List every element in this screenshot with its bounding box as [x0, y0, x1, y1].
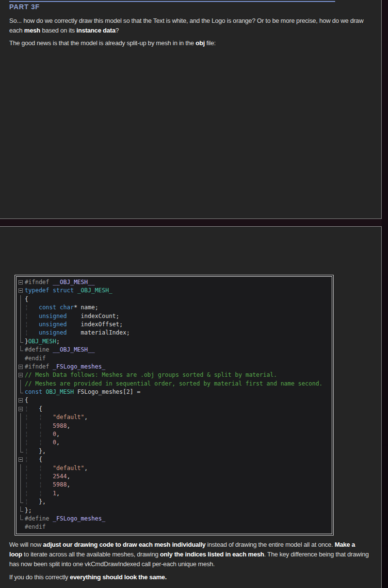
- fold-collapse-icon: [17, 455, 25, 464]
- code-text: const OBJ_MESH FSLogo_meshes[2] =: [25, 388, 140, 396]
- code-text: #define __OBJ_MESH__: [25, 346, 95, 354]
- fold-margin: [17, 447, 25, 455]
- fold-margin: [17, 498, 25, 506]
- code-text: // Mesh Data follows: Meshes are .obj gr…: [25, 371, 277, 379]
- bold-text: only the indices listed in each mesh: [160, 551, 264, 558]
- code-text: ¦ ¦ 1,: [25, 489, 60, 498]
- code-content: #ifndef __OBJ_MESH__typedef struct _OBJ_…: [17, 278, 332, 532]
- embedded-image-dark-region: [0, 50, 381, 218]
- code-line: ¦ ¦ 2544,: [17, 472, 332, 481]
- paragraph-good-news: The good news is that the model is alrea…: [9, 38, 369, 48]
- code-line: ¦ ¦ 0,: [17, 438, 332, 447]
- fold-margin: [17, 413, 25, 421]
- paragraph-drawing-code: We will now adjust our drawing code to d…: [9, 540, 369, 569]
- code-line: ¦ },: [17, 498, 332, 506]
- fold-collapse-icon: [17, 363, 25, 371]
- body-text: based on its: [40, 27, 77, 34]
- body-text: to iterate across all the available mesh…: [22, 551, 160, 558]
- code-text: ¦ unsigned indexOffset;: [25, 320, 123, 329]
- code-line: ¦ {: [17, 455, 332, 464]
- fold-margin: [17, 320, 25, 329]
- bold-text: adjust our drawing code to draw each mes…: [43, 541, 206, 548]
- fold-collapse-icon: [17, 371, 25, 379]
- code-text: ¦ ¦ "default",: [25, 464, 88, 472]
- fold-collapse-icon: [17, 286, 25, 295]
- body-text: file:: [205, 39, 216, 47]
- code-text: {: [25, 396, 28, 404]
- document-viewer: { "page": { "heading": "PART 3F", "parag…: [0, 0, 388, 588]
- fold-margin: [17, 515, 25, 523]
- code-line: // Mesh Data follows: Meshes are .obj gr…: [17, 371, 332, 379]
- code-line: ¦ ¦ 1,: [17, 489, 332, 498]
- code-line: #endif: [17, 523, 332, 531]
- fold-margin: [17, 303, 25, 312]
- bold-text: obj: [195, 39, 205, 47]
- code-line: ¦ ¦ 0,: [17, 430, 332, 438]
- code-text: // Meshes are provided in sequential ord…: [25, 380, 323, 388]
- code-line: };: [17, 506, 332, 515]
- code-text: ¦ },: [25, 447, 46, 455]
- code-text: ¦ ¦ 0,: [25, 438, 60, 447]
- bold-text: mesh: [24, 27, 40, 34]
- section-divider-rule: [9, 1, 335, 2]
- code-line: #define __OBJ_MESH__: [17, 346, 332, 354]
- code-text: ¦ },: [25, 498, 46, 506]
- code-line: #ifndef _FSLogo_meshes_: [17, 363, 332, 371]
- code-line: #endif: [17, 354, 332, 363]
- code-line: ¦ ¦ "default",: [17, 464, 332, 472]
- code-line: const OBJ_MESH FSLogo_meshes[2] =: [17, 388, 332, 396]
- fold-margin: [17, 472, 25, 481]
- code-text: #ifndef _FSLogo_meshes_: [25, 363, 105, 371]
- code-line: ¦ ¦ 5988,: [17, 422, 332, 430]
- fold-margin: [17, 329, 25, 337]
- code-line: ¦ unsigned indexCount;: [17, 312, 332, 320]
- code-text: ¦ {: [25, 455, 42, 464]
- code-text: #endif: [25, 523, 46, 531]
- paragraph-intro: So... how do we correctly draw this mode…: [9, 16, 369, 35]
- code-line: ¦ },: [17, 447, 332, 455]
- document-page-1: PART 3F So... how do we correctly draw t…: [0, 0, 382, 219]
- code-text: ¦ ¦ "default",: [25, 413, 88, 421]
- fold-margin: [17, 489, 25, 498]
- code-text: ¦ unsigned materialIndex;: [25, 329, 130, 337]
- body-text: We will now: [9, 541, 43, 548]
- code-text: ¦ ¦ 0,: [25, 430, 60, 438]
- code-text: #ifndef __OBJ_MESH__: [25, 278, 95, 286]
- fold-margin: [17, 295, 25, 303]
- fold-margin: [17, 388, 25, 396]
- fold-collapse-icon: [17, 405, 25, 413]
- code-line: // Meshes are provided in sequential ord…: [17, 380, 332, 388]
- body-text: The good news is that the model is alrea…: [9, 39, 195, 47]
- code-line: ¦ unsigned indexOffset;: [17, 320, 332, 329]
- body-text: If you do this correctly: [9, 573, 70, 581]
- document-page-2: #ifndef __OBJ_MESH__typedef struct _OBJ_…: [0, 226, 382, 588]
- code-screenshot: #ifndef __OBJ_MESH__typedef struct _OBJ_…: [15, 275, 334, 536]
- section-heading: PART 3F: [9, 3, 40, 11]
- fold-margin: [17, 337, 25, 346]
- fold-margin: [17, 523, 25, 531]
- fold-margin: [17, 430, 25, 438]
- code-text: #define _FSLogo_meshes_: [25, 515, 105, 523]
- code-line: ¦ ¦ 5988,: [17, 481, 332, 489]
- code-text: ¦ ¦ 2544,: [25, 472, 70, 481]
- code-text: #endif: [25, 354, 46, 363]
- code-line: ¦ {: [17, 405, 332, 413]
- code-line: ¦ unsigned materialIndex;: [17, 329, 332, 337]
- bold-text: instance data: [77, 27, 116, 34]
- code-line: ¦ const char* name;: [17, 303, 332, 312]
- fold-margin: [17, 380, 25, 388]
- page-gap: [0, 219, 382, 226]
- code-text: typedef struct _OBJ_MESH_: [25, 286, 113, 295]
- fold-margin: [17, 464, 25, 472]
- code-text: ¦ unsigned indexCount;: [25, 312, 119, 320]
- paragraph-conclusion: If you do this correctly everything shou…: [9, 572, 369, 582]
- code-line: {: [17, 396, 332, 404]
- fold-margin: [17, 438, 25, 447]
- code-text: }OBJ_MESH;: [25, 337, 60, 346]
- code-line: #ifndef __OBJ_MESH__: [17, 278, 332, 286]
- bold-text: everything should look the same.: [70, 573, 166, 581]
- code-text: {: [25, 295, 28, 303]
- code-line: #define _FSLogo_meshes_: [17, 515, 332, 523]
- code-text: ¦ ¦ 5988,: [25, 422, 70, 430]
- fold-collapse-icon: [17, 278, 25, 286]
